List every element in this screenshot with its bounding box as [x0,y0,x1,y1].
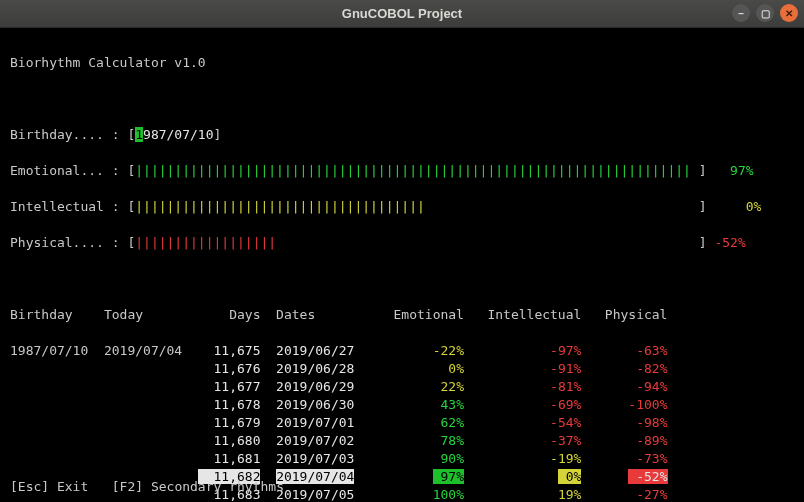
table-row: 11,676 2019/06/28 0% -91% -82% [10,360,794,378]
birthday-input[interactable]: 1987/07/10 [135,127,213,142]
table-header: Birthday Today Days Dates Emotional Inte… [10,306,794,324]
window-controls: – ▢ ✕ [732,4,798,22]
terminal: Biorhythm Calculator v1.0 Birthday.... :… [0,28,804,502]
emotional-value: 97% [722,163,753,178]
window-title: GnuCOBOL Project [342,6,462,21]
table-row: 11,681 2019/07/03 90% -19% -73% [10,450,794,468]
physical-label: Physical.... : [10,235,120,250]
close-button[interactable]: ✕ [780,4,798,22]
intellectual-label: Intellectual : [10,199,120,214]
birthday-label: Birthday.... : [ [10,127,135,142]
emotional-label: Emotional... : [10,163,120,178]
intellectual-bar: ||||||||||||||||||||||||||||||||||||| [135,199,699,214]
table-row: 11,677 2019/06/29 22% -81% -94% [10,378,794,396]
window-titlebar: GnuCOBOL Project – ▢ ✕ [0,0,804,28]
table-row: 1987/07/10 2019/07/04 11,675 2019/06/27 … [10,342,794,360]
table-row: 11,678 2019/06/30 43% -69% -100% [10,396,794,414]
app-title: Biorhythm Calculator v1.0 [10,54,794,72]
emotional-bar: ||||||||||||||||||||||||||||||||||||||||… [135,163,699,178]
intellectual-value: 0% [730,199,761,214]
exit-hint: [Esc] Exit [10,479,88,494]
footer: [Esc] Exit [F2] Secondary rhythms [10,478,284,496]
secondary-hint: [F2] Secondary rhythms [112,479,284,494]
minimize-button[interactable]: – [732,4,750,22]
maximize-button[interactable]: ▢ [756,4,774,22]
table-row: 11,679 2019/07/01 62% -54% -98% [10,414,794,432]
physical-value: -52% [714,235,745,250]
table-row: 11,680 2019/07/02 78% -37% -89% [10,432,794,450]
physical-bar: |||||||||||||||||| [135,235,699,250]
